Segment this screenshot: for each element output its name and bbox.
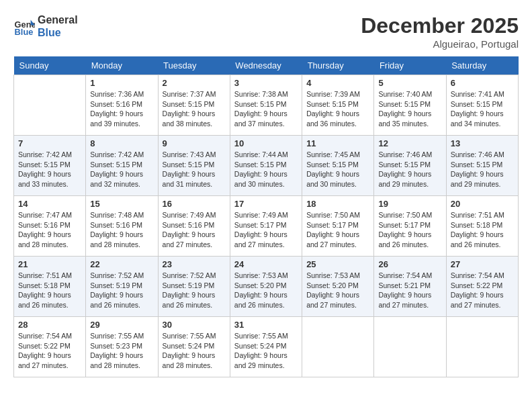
day-info: Sunrise: 7:55 AMSunset: 5:24 PMDaylight:…	[234, 331, 298, 371]
day-info: Sunrise: 7:45 AMSunset: 5:15 PMDaylight:…	[306, 150, 369, 189]
day-number: 24	[234, 259, 298, 269]
calendar-cell: 22Sunrise: 7:52 AMSunset: 5:19 PMDayligh…	[86, 257, 158, 317]
calendar-cell: 15Sunrise: 7:48 AMSunset: 5:16 PMDayligh…	[86, 196, 158, 257]
calendar-cell: 12Sunrise: 7:46 AMSunset: 5:15 PMDayligh…	[374, 136, 446, 196]
day-number: 4	[306, 78, 369, 88]
day-info: Sunrise: 7:44 AMSunset: 5:15 PMDaylight:…	[234, 150, 298, 189]
calendar-cell: 27Sunrise: 7:54 AMSunset: 5:22 PMDayligh…	[446, 257, 518, 317]
calendar-cell	[14, 75, 86, 136]
logo-line1: General	[38, 13, 78, 26]
calendar-cell: 19Sunrise: 7:50 AMSunset: 5:17 PMDayligh…	[374, 196, 446, 257]
day-info: Sunrise: 7:50 AMSunset: 5:17 PMDaylight:…	[306, 210, 369, 250]
weekday-header-sunday: Sunday	[14, 56, 86, 75]
calendar-table: SundayMondayTuesdayWednesdayThursdayFrid…	[13, 56, 519, 377]
calendar-cell: 30Sunrise: 7:55 AMSunset: 5:24 PMDayligh…	[158, 317, 230, 377]
calendar-cell: 10Sunrise: 7:44 AMSunset: 5:15 PMDayligh…	[230, 136, 302, 196]
day-info: Sunrise: 7:53 AMSunset: 5:20 PMDaylight:…	[234, 271, 298, 310]
day-number: 3	[234, 78, 298, 88]
day-number: 18	[306, 199, 369, 209]
weekday-header-row: SundayMondayTuesdayWednesdayThursdayFrid…	[14, 56, 519, 75]
day-number: 1	[90, 78, 153, 88]
calendar-cell: 1Sunrise: 7:36 AMSunset: 5:16 PMDaylight…	[86, 75, 158, 136]
calendar-cell: 21Sunrise: 7:51 AMSunset: 5:18 PMDayligh…	[14, 257, 86, 317]
day-info: Sunrise: 7:42 AMSunset: 5:15 PMDaylight:…	[18, 150, 81, 189]
day-number: 30	[163, 320, 226, 330]
day-number: 14	[18, 199, 81, 209]
svg-text:Blue: Blue	[15, 27, 34, 37]
day-info: Sunrise: 7:36 AMSunset: 5:16 PMDaylight:…	[90, 89, 153, 129]
day-info: Sunrise: 7:49 AMSunset: 5:16 PMDaylight:…	[163, 210, 226, 250]
calendar-cell: 31Sunrise: 7:55 AMSunset: 5:24 PMDayligh…	[230, 317, 302, 377]
day-info: Sunrise: 7:46 AMSunset: 5:15 PMDaylight:…	[451, 150, 514, 189]
day-number: 17	[234, 199, 298, 209]
day-number: 12	[378, 138, 441, 148]
calendar-cell: 2Sunrise: 7:37 AMSunset: 5:15 PMDaylight…	[158, 75, 230, 136]
calendar-cell: 11Sunrise: 7:45 AMSunset: 5:15 PMDayligh…	[302, 136, 374, 196]
day-info: Sunrise: 7:53 AMSunset: 5:20 PMDaylight:…	[306, 271, 369, 310]
day-info: Sunrise: 7:43 AMSunset: 5:15 PMDaylight:…	[163, 150, 226, 189]
day-info: Sunrise: 7:49 AMSunset: 5:17 PMDaylight:…	[234, 210, 298, 250]
weekday-header-friday: Friday	[374, 56, 446, 75]
calendar-cell	[446, 317, 518, 377]
day-number: 19	[378, 199, 441, 209]
day-number: 5	[378, 78, 441, 88]
page-header: General Blue General Blue December 2025 …	[13, 13, 519, 50]
calendar-cell: 8Sunrise: 7:42 AMSunset: 5:15 PMDaylight…	[86, 136, 158, 196]
day-number: 9	[163, 138, 226, 148]
calendar-cell: 7Sunrise: 7:42 AMSunset: 5:15 PMDaylight…	[14, 136, 86, 196]
title-section: December 2025 Algueirao, Portugal	[361, 13, 519, 50]
week-row-4: 21Sunrise: 7:51 AMSunset: 5:18 PMDayligh…	[14, 257, 519, 317]
calendar-cell: 5Sunrise: 7:40 AMSunset: 5:15 PMDaylight…	[374, 75, 446, 136]
calendar-cell: 24Sunrise: 7:53 AMSunset: 5:20 PMDayligh…	[230, 257, 302, 317]
weekday-header-tuesday: Tuesday	[158, 56, 230, 75]
day-number: 29	[90, 320, 153, 330]
weekday-header-thursday: Thursday	[302, 56, 374, 75]
day-number: 10	[234, 138, 298, 148]
calendar-cell: 20Sunrise: 7:51 AMSunset: 5:18 PMDayligh…	[446, 196, 518, 257]
day-number: 13	[451, 138, 514, 148]
day-info: Sunrise: 7:51 AMSunset: 5:18 PMDaylight:…	[18, 271, 81, 310]
week-row-1: 1Sunrise: 7:36 AMSunset: 5:16 PMDaylight…	[14, 75, 519, 136]
day-number: 23	[163, 259, 226, 269]
calendar-cell: 18Sunrise: 7:50 AMSunset: 5:17 PMDayligh…	[302, 196, 374, 257]
day-info: Sunrise: 7:52 AMSunset: 5:19 PMDaylight:…	[90, 271, 153, 310]
day-number: 7	[18, 138, 81, 148]
day-info: Sunrise: 7:39 AMSunset: 5:15 PMDaylight:…	[306, 89, 369, 129]
month-title: December 2025	[361, 13, 519, 38]
day-number: 26	[378, 259, 441, 269]
day-info: Sunrise: 7:47 AMSunset: 5:16 PMDaylight:…	[18, 210, 81, 250]
day-number: 21	[18, 259, 81, 269]
week-row-5: 28Sunrise: 7:54 AMSunset: 5:22 PMDayligh…	[14, 317, 519, 377]
day-number: 31	[234, 320, 298, 330]
logo-line2: Blue	[38, 26, 78, 39]
calendar-cell: 17Sunrise: 7:49 AMSunset: 5:17 PMDayligh…	[230, 196, 302, 257]
day-number: 16	[163, 199, 226, 209]
day-info: Sunrise: 7:51 AMSunset: 5:18 PMDaylight:…	[451, 210, 514, 250]
day-info: Sunrise: 7:40 AMSunset: 5:15 PMDaylight:…	[378, 89, 441, 129]
day-info: Sunrise: 7:50 AMSunset: 5:17 PMDaylight:…	[378, 210, 441, 250]
day-info: Sunrise: 7:55 AMSunset: 5:23 PMDaylight:…	[90, 331, 153, 371]
calendar-cell	[374, 317, 446, 377]
day-info: Sunrise: 7:38 AMSunset: 5:15 PMDaylight:…	[234, 89, 298, 129]
calendar-cell	[302, 317, 374, 377]
calendar-cell: 25Sunrise: 7:53 AMSunset: 5:20 PMDayligh…	[302, 257, 374, 317]
day-info: Sunrise: 7:37 AMSunset: 5:15 PMDaylight:…	[163, 89, 226, 129]
calendar-cell: 28Sunrise: 7:54 AMSunset: 5:22 PMDayligh…	[14, 317, 86, 377]
day-number: 11	[306, 138, 369, 148]
calendar-cell: 14Sunrise: 7:47 AMSunset: 5:16 PMDayligh…	[14, 196, 86, 257]
week-row-3: 14Sunrise: 7:47 AMSunset: 5:16 PMDayligh…	[14, 196, 519, 257]
day-info: Sunrise: 7:41 AMSunset: 5:15 PMDaylight:…	[451, 89, 514, 129]
day-info: Sunrise: 7:52 AMSunset: 5:19 PMDaylight:…	[163, 271, 226, 310]
day-number: 2	[163, 78, 226, 88]
weekday-header-wednesday: Wednesday	[230, 56, 302, 75]
calendar-cell: 4Sunrise: 7:39 AMSunset: 5:15 PMDaylight…	[302, 75, 374, 136]
calendar-cell: 13Sunrise: 7:46 AMSunset: 5:15 PMDayligh…	[446, 136, 518, 196]
calendar-cell: 9Sunrise: 7:43 AMSunset: 5:15 PMDaylight…	[158, 136, 230, 196]
day-number: 27	[451, 259, 514, 269]
day-info: Sunrise: 7:54 AMSunset: 5:22 PMDaylight:…	[451, 271, 514, 310]
day-info: Sunrise: 7:48 AMSunset: 5:16 PMDaylight:…	[90, 210, 153, 250]
day-info: Sunrise: 7:46 AMSunset: 5:15 PMDaylight:…	[378, 150, 441, 189]
calendar-cell: 3Sunrise: 7:38 AMSunset: 5:15 PMDaylight…	[230, 75, 302, 136]
day-number: 15	[90, 199, 153, 209]
logo: General Blue General Blue	[13, 13, 78, 39]
